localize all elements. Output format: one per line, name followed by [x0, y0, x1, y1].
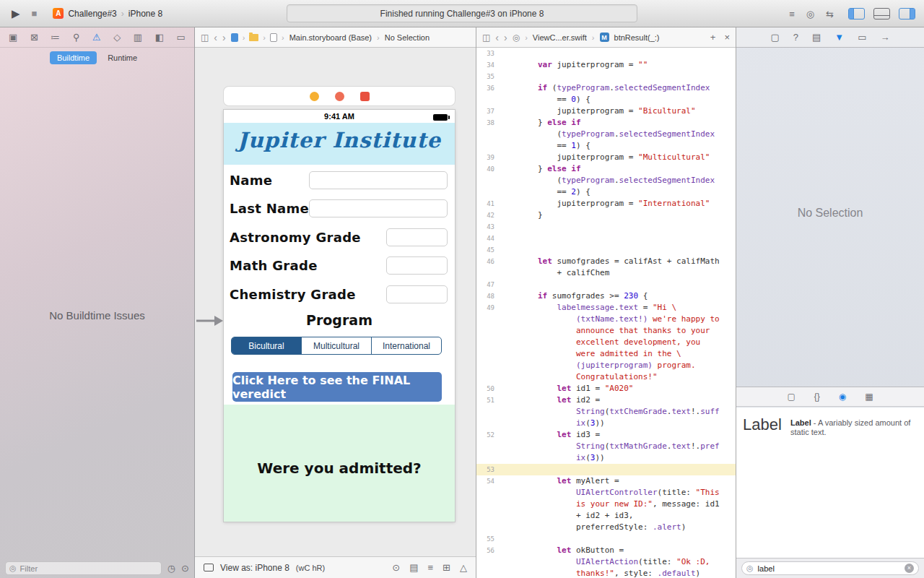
navigator-tab-buildtime[interactable]: Buildtime: [50, 51, 97, 64]
line-number[interactable]: 51: [476, 394, 500, 406]
breakpoint-navigator-icon[interactable]: ◧: [155, 33, 164, 42]
version-editor-icon[interactable]: ⇆: [826, 9, 834, 19]
design-text-field[interactable]: [386, 228, 448, 246]
code-line[interactable]: excellent development, you: [476, 337, 736, 348]
code-line[interactable]: 51 let id2 =: [476, 394, 736, 406]
flagged-filter-icon[interactable]: ⊙: [181, 564, 189, 573]
code-line[interactable]: == 2) {: [476, 186, 736, 198]
field-label[interactable]: Math Grade: [230, 256, 318, 275]
line-number[interactable]: [476, 522, 500, 533]
identity-inspector-icon[interactable]: ▤: [812, 33, 821, 42]
line-number[interactable]: 47: [476, 279, 500, 290]
code-line[interactable]: were admitted in the \: [476, 348, 736, 360]
design-text-field[interactable]: [386, 256, 448, 275]
segment-bicultural[interactable]: Bicultural: [232, 337, 301, 354]
line-number[interactable]: 44: [476, 233, 500, 244]
back-button[interactable]: ‹: [214, 33, 217, 43]
code-line[interactable]: Congratulations!": [476, 371, 736, 383]
design-text-field[interactable]: [309, 199, 448, 217]
code-line[interactable]: 50 let id1 = "A020": [476, 383, 736, 394]
line-number[interactable]: 45: [476, 244, 500, 256]
field-label[interactable]: Astronomy Grade: [230, 228, 361, 247]
code-line[interactable]: 41 jupiterprogram = "International": [476, 198, 736, 210]
line-number[interactable]: [476, 186, 500, 198]
device-config-icon[interactable]: [204, 564, 214, 571]
code-line[interactable]: 48 if sumofgrades >= 230 {: [476, 290, 736, 302]
breadcrumb-selection[interactable]: No Selection: [385, 33, 430, 42]
line-number[interactable]: [476, 129, 500, 140]
line-number[interactable]: [476, 487, 500, 499]
code-line[interactable]: ix(3)): [476, 452, 736, 464]
line-number[interactable]: 43: [476, 221, 500, 233]
line-number[interactable]: [476, 325, 500, 337]
file-template-library-icon[interactable]: ▢: [787, 392, 795, 401]
code-line[interactable]: String(txtMathGrade.text!.pref: [476, 441, 736, 452]
line-number[interactable]: 35: [476, 71, 500, 82]
code-line[interactable]: 39 jupiterprogram = "Multicultural": [476, 152, 736, 163]
line-number[interactable]: 40: [476, 163, 500, 175]
assistant-editor-icon[interactable]: ◎: [806, 9, 814, 19]
field-label[interactable]: Last Name: [230, 199, 309, 218]
field-label[interactable]: Chemistry Grade: [230, 285, 356, 304]
line-number[interactable]: [476, 556, 500, 568]
line-number[interactable]: 41: [476, 198, 500, 210]
storyboard-canvas[interactable]: 9:41 AM Jupiter Institute NameLast NameA…: [195, 48, 476, 556]
forward-button[interactable]: ›: [504, 33, 507, 43]
exit-icon[interactable]: [360, 92, 370, 101]
code-line[interactable]: == 0) {: [476, 94, 736, 105]
line-number[interactable]: [476, 140, 500, 152]
line-number[interactable]: 49: [476, 302, 500, 314]
code-line[interactable]: 44: [476, 233, 736, 244]
run-destination[interactable]: iPhone 8: [128, 9, 162, 19]
breadcrumb-file[interactable]: ViewC...er.swift: [533, 33, 587, 42]
design-text-field[interactable]: [386, 285, 448, 303]
code-line[interactable]: UIAlertAction(title: "Ok :D,: [476, 556, 736, 568]
code-line[interactable]: 45: [476, 244, 736, 256]
line-number[interactable]: [476, 418, 500, 429]
symbol-navigator-icon[interactable]: ≔: [51, 33, 60, 42]
line-number[interactable]: 37: [476, 105, 500, 117]
line-number[interactable]: [476, 510, 500, 522]
clear-search-icon[interactable]: ×: [905, 564, 914, 573]
related-items-icon[interactable]: ◫: [201, 33, 209, 42]
view-as-button[interactable]: View as: iPhone 8: [220, 563, 289, 573]
first-responder-icon[interactable]: [335, 92, 344, 101]
update-frames-icon[interactable]: ⊙: [392, 563, 400, 572]
navigator-tab-runtime[interactable]: Runtime: [100, 51, 144, 64]
code-line[interactable]: 33: [476, 48, 736, 59]
scheme-selector[interactable]: A Challenge#3 › iPhone 8: [53, 8, 162, 19]
project-navigator-icon[interactable]: ▣: [9, 33, 17, 42]
run-button[interactable]: ▶: [12, 7, 20, 20]
line-number[interactable]: 56: [476, 545, 500, 556]
code-line[interactable]: (txtName.text!) we're happy to: [476, 314, 736, 325]
line-number[interactable]: 36: [476, 82, 500, 94]
view-controller-scene[interactable]: 9:41 AM Jupiter Institute NameLast NameA…: [224, 110, 455, 522]
line-number[interactable]: [476, 568, 500, 578]
navigator-panel-toggle[interactable]: [848, 8, 865, 20]
back-button[interactable]: ‹: [495, 33, 499, 43]
filter-input[interactable]: ◎ Filter: [5, 561, 162, 575]
code-line[interactable]: 36 if (typeProgram.selectedSegmentIndex: [476, 82, 736, 94]
code-line[interactable]: + id2 + id3,: [476, 510, 736, 522]
resolve-issues-icon[interactable]: △: [460, 563, 467, 572]
code-line[interactable]: == 1) {: [476, 140, 736, 152]
object-library-icon[interactable]: ◉: [839, 392, 846, 401]
line-number[interactable]: 42: [476, 210, 500, 221]
connections-inspector-icon[interactable]: →: [881, 33, 890, 42]
code-line[interactable]: (jupiterprogram) program.: [476, 360, 736, 371]
line-number[interactable]: 55: [476, 533, 500, 545]
code-line[interactable]: 54 let myAlert =: [476, 475, 736, 487]
line-number[interactable]: [476, 452, 500, 464]
pin-constraints-icon[interactable]: ⊞: [443, 563, 450, 572]
recents-filter-icon[interactable]: ◷: [167, 564, 175, 573]
line-number[interactable]: [476, 314, 500, 325]
line-number[interactable]: 50: [476, 383, 500, 394]
line-number[interactable]: 53: [476, 464, 500, 475]
code-line[interactable]: (typeProgram.selectedSegmentIndex: [476, 129, 736, 140]
group-folder-icon[interactable]: [249, 34, 258, 41]
line-number[interactable]: [476, 337, 500, 348]
line-number[interactable]: 48: [476, 290, 500, 302]
attributes-inspector-icon[interactable]: ▼: [834, 33, 844, 42]
code-line[interactable]: thanks!", style: .default): [476, 568, 736, 578]
standard-editor-icon[interactable]: ≡: [789, 9, 795, 19]
